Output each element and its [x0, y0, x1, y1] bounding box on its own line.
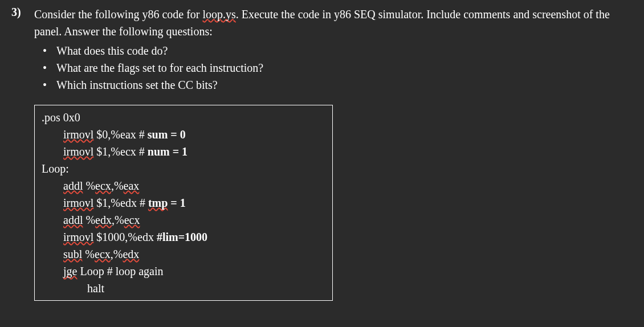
code-text: $1,%edx #: [93, 197, 148, 209]
code-line-2: irmovl $0,%eax # sum = 0: [42, 126, 325, 143]
code-line-1: .pos 0x0: [42, 109, 325, 126]
code-wavy: irmovl: [63, 231, 93, 243]
code-wavy: irmovl: [63, 128, 93, 141]
question-text-part1: Consider the following y86 code for: [34, 8, 203, 21]
code-text: %: [82, 248, 95, 260]
code-text: ,%: [112, 214, 124, 226]
code-wavy: addl: [63, 214, 83, 226]
code-box: .pos 0x0 irmovl $0,%eax # sum = 0 irmovl…: [34, 105, 333, 301]
code-wavy: edx: [123, 248, 139, 260]
code-wavy: ecx: [124, 214, 140, 226]
code-line-6: irmovl $1,%edx # tmp = 1: [42, 194, 325, 211]
code-bold: num = 1: [148, 145, 188, 158]
code-text: %: [83, 214, 95, 226]
code-text: ,%: [111, 179, 124, 192]
code-wavy: irmovl: [63, 197, 93, 209]
code-text: $0,%eax #: [93, 128, 147, 141]
question-text: Consider the following y86 code for loop…: [34, 6, 633, 40]
code-wavy: irmovl: [63, 145, 93, 158]
code-line-11: halt: [42, 280, 325, 297]
code-wavy: ecx: [95, 179, 111, 192]
code-line-7: addl %edx,%ecx: [42, 211, 325, 228]
code-line-5: addl %ecx,%eax: [42, 177, 325, 194]
question-body: Consider the following y86 code for loop…: [34, 6, 633, 301]
code-text: Loop # loop again: [77, 265, 163, 277]
code-wavy: addl: [63, 179, 83, 192]
code-line-3: irmovl $1,%ecx # num = 1: [42, 143, 325, 160]
code-wavy: ecx: [95, 248, 111, 260]
bullet-list: What does this code do? What are the fla…: [43, 42, 633, 93]
code-wavy: edx: [95, 214, 112, 226]
code-line-10: jge Loop # loop again: [42, 263, 325, 280]
code-bold-wavy: tmp: [148, 197, 168, 209]
code-wavy: eax: [124, 179, 140, 192]
code-line-4: Loop:: [42, 160, 325, 177]
bullet-item: What does this code do?: [43, 42, 633, 59]
bullet-item: Which instructions set the CC bits?: [43, 76, 633, 93]
code-text: $1,%ecx #: [93, 145, 147, 158]
question-number: 3): [11, 6, 27, 19]
code-bold: = 1: [168, 197, 185, 209]
question-text-wavy: loop.ys: [203, 8, 236, 21]
code-text: ,%: [111, 248, 123, 260]
code-line-8: irmovl $1000,%edx #lim=1000: [42, 228, 325, 246]
question-container: 3) Consider the following y86 code for l…: [11, 6, 633, 301]
bullet-item: What are the flags set to for each instr…: [43, 59, 633, 76]
code-line-9: subl %ecx,%edx: [42, 246, 325, 263]
code-text: $1000,%edx: [93, 231, 157, 243]
code-bold: sum = 0: [148, 128, 186, 141]
code-wavy: jge: [63, 265, 77, 277]
code-bold: #lim=1000: [157, 231, 207, 243]
code-wavy: subl: [63, 248, 82, 260]
code-text: %: [83, 179, 95, 192]
